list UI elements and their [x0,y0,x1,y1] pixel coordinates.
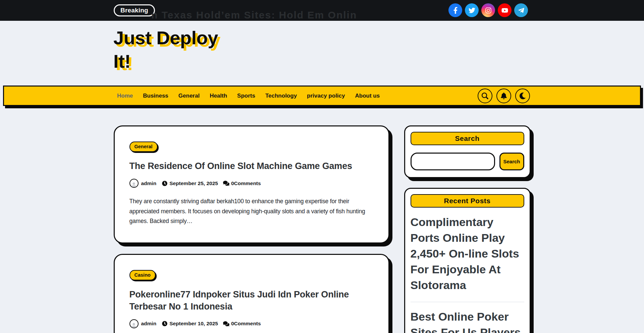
nav-item-general[interactable]: General [173,93,205,99]
post-card: Casino Pokeronline77 Idnpoker Situs Judi… [114,254,389,333]
comments-count-link[interactable]: 0Comments [231,321,261,327]
social-links [448,3,528,17]
avatar [129,179,139,188]
site-title-line-1: Just Deploy [113,27,218,48]
nav-item-about-us[interactable]: About us [350,93,385,99]
breaking-news-bar: Breaking n Texas Hold’em Sites: Hold Em … [0,0,644,21]
post-date: September 10, 2025 [169,321,218,327]
nav-actions [478,89,640,103]
site-title[interactable]: Just Deploy It! [113,26,218,73]
breaking-badge: Breaking [114,4,155,16]
search-button[interactable] [478,89,492,103]
user-icon [131,323,136,328]
facebook-icon[interactable] [448,3,462,17]
user-icon [131,182,136,187]
youtube-icon[interactable] [498,3,512,17]
post-excerpt: They are constantly striving daftar berk… [129,197,374,226]
recent-post-link[interactable]: Complimentary Ports Online Play 2,450+ O… [411,209,524,302]
nav-item-sports[interactable]: Sports [232,93,260,99]
moon-icon [519,93,526,99]
site-title-line-2: It! [113,51,130,72]
bell-icon [500,93,507,99]
recent-post-link[interactable]: Best Online Poker Sites For Us Players [411,302,524,333]
post-meta: admin September 10, 2025 0Comments [129,319,374,328]
nav-item-technology[interactable]: Technology [260,93,302,99]
nav-item-home[interactable]: Home [112,93,138,99]
clock-icon [162,321,167,326]
main-nav: Home Business General Health Sports Tech… [3,86,641,106]
posts-column: General The Residence Of Online Slot Mac… [114,125,389,333]
telegram-icon[interactable] [514,3,528,17]
nav-item-health[interactable]: Health [205,93,232,99]
search-row: Search [411,153,524,170]
comments-count-link[interactable]: 0Comments [231,180,261,186]
instagram-icon[interactable] [481,3,495,17]
category-badge[interactable]: Casino [129,270,156,280]
sidebar-search-button[interactable]: Search [499,153,524,170]
post-date: September 25, 2025 [169,180,218,186]
category-badge[interactable]: General [129,142,158,152]
comments-icon [223,180,229,186]
post-meta: admin September 25, 2025 0Comments [129,179,374,188]
post-title-link[interactable]: Pokeronline77 Idnpoker Situs Judi Idn Po… [129,288,374,313]
avatar [129,319,139,328]
nav-item-privacy-policy[interactable]: privacy policy [302,93,350,99]
search-icon [482,93,488,99]
recent-posts-title: Recent Posts [411,194,524,208]
search-widget: Search Search [404,125,531,178]
nav-item-business[interactable]: Business [138,93,173,99]
recent-posts-widget: Recent Posts Complimentary Ports Online … [404,188,531,333]
post-card: General The Residence Of Online Slot Mac… [114,125,389,243]
search-input[interactable] [411,153,495,170]
site-header: Just Deploy It! [0,21,644,86]
comments-icon [223,321,229,327]
post-title-link[interactable]: The Residence Of Online Slot Machine Gam… [129,160,374,172]
clock-icon [162,181,167,186]
recent-posts-list: Complimentary Ports Online Play 2,450+ O… [411,209,524,333]
author-link[interactable]: admin [141,321,157,327]
author-link[interactable]: admin [141,180,157,186]
ticker-headline-link[interactable]: n Texas Hold’em Sites: Hold Em Onlin [151,9,357,21]
sidebar: Search Search Recent Posts Complimentary… [404,125,531,333]
nav-menu: Home Business General Health Sports Tech… [4,93,385,99]
twitter-icon[interactable] [465,3,479,17]
notifications-button[interactable] [496,89,511,103]
content-area: General The Residence Of Online Slot Mac… [114,125,531,333]
dark-mode-toggle[interactable] [515,89,530,103]
search-widget-title: Search [411,132,524,145]
